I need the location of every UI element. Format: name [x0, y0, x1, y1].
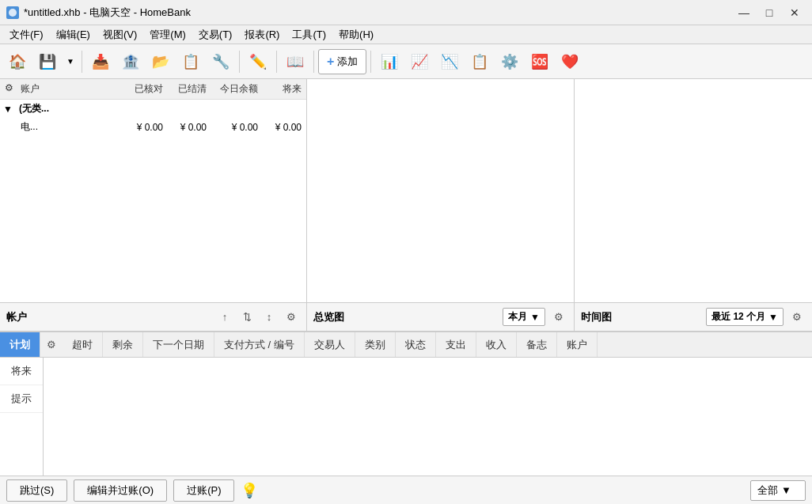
trend-button[interactable]: 📈 — [405, 47, 434, 76]
post-button[interactable]: 过账(P) — [173, 479, 234, 502]
filter-button[interactable]: 🔧 — [207, 47, 235, 76]
bottom-footer: 跳过(S) 编辑并过账(O) 过账(P) 💡 全部 ▼ — [0, 476, 812, 504]
schedule-settings-btn[interactable]: ⚙ — [40, 332, 63, 357]
col-settings: ⚙ — [3, 81, 19, 97]
menu-help[interactable]: 帮助(H) — [332, 26, 380, 44]
menu-bar: 文件(F) 编辑(E) 视图(V) 管理(M) 交易(T) 报表(R) 工具(T… — [0, 25, 812, 44]
book-icon: 📖 — [286, 53, 304, 70]
tab-columns-category[interactable]: 类别 — [355, 332, 396, 357]
tab-columns-income[interactable]: 收入 — [476, 332, 517, 357]
app-icon — [6, 6, 19, 19]
timeline-title: 时间图 — [581, 310, 612, 324]
menu-view[interactable]: 视图(V) — [97, 26, 143, 44]
tab-schedule[interactable]: 计划 — [0, 332, 40, 357]
edit-button[interactable]: ✏️ — [244, 47, 272, 76]
menu-file[interactable]: 文件(F) — [3, 26, 50, 44]
budget-icon: ⚙️ — [501, 53, 518, 70]
menu-manage[interactable]: 管理(M) — [143, 26, 192, 44]
maximize-button[interactable]: □ — [758, 5, 780, 21]
filter-dropdown[interactable]: 全部 ▼ — [750, 480, 806, 501]
menu-edit[interactable]: 编辑(E) — [50, 26, 97, 44]
save-icon: 💾 — [39, 53, 56, 70]
overview-panel: 总览图 本月 ▼ ⚙ — [307, 79, 575, 331]
edit-post-button[interactable]: 编辑并过账(O) — [74, 479, 167, 502]
home-button[interactable]: 🏠 — [3, 47, 32, 76]
account-upload-btn[interactable]: ↑ — [216, 309, 233, 326]
edit-icon: ✏️ — [249, 53, 267, 70]
overview-period-label: 本月 — [508, 310, 527, 324]
account-name: 电... — [19, 120, 121, 134]
heart-icon: ❤️ — [561, 53, 579, 70]
minimize-button[interactable]: — — [733, 5, 755, 21]
account-filter-btn[interactable]: ⇅ — [238, 309, 256, 326]
import-button[interactable]: 📥 — [86, 47, 115, 76]
account-row[interactable]: 电... ¥ 0.00 ¥ 0.00 ¥ 0.00 ¥ 0.00 — [0, 118, 306, 136]
menu-tools[interactable]: 工具(T) — [286, 26, 332, 44]
title-bar: *untitled.xhb - 电脑天空 - HomeBank — □ ✕ — [0, 0, 812, 25]
bar-chart-button[interactable]: 📉 — [435, 47, 464, 76]
add-label: 添加 — [337, 55, 358, 69]
overview-period-dropdown[interactable]: 本月 ▼ — [503, 308, 545, 326]
list-report-button[interactable]: 📋 — [465, 47, 494, 76]
group-arrow: ▼ — [3, 104, 19, 115]
menu-report[interactable]: 报表(R) — [238, 26, 286, 44]
budget-button[interactable]: ⚙️ — [495, 47, 524, 76]
template-icon: 📋 — [182, 53, 199, 70]
open-icon: 📂 — [152, 53, 169, 70]
account-label: 帐户 — [6, 310, 27, 324]
sched-left-hint[interactable]: 提示 — [0, 385, 43, 413]
separator-4 — [313, 51, 314, 73]
tab-columns-account[interactable]: 账户 — [557, 332, 598, 357]
close-button[interactable]: ✕ — [784, 5, 806, 21]
filter-icon: 🔧 — [212, 53, 230, 70]
separator-2 — [239, 51, 240, 73]
account-button[interactable]: 🏦 — [116, 47, 145, 76]
donate-button[interactable]: ❤️ — [556, 47, 584, 76]
timeline-content — [575, 79, 812, 302]
svg-point-0 — [9, 9, 17, 17]
tab-columns-payee[interactable]: 交易人 — [305, 332, 355, 357]
schedule-left-tabs: 将来 提示 — [0, 358, 44, 476]
tab-columns-payment[interactable]: 支付方式 / 编号 — [214, 332, 305, 357]
book-button[interactable]: 📖 — [281, 47, 309, 76]
filter-label: 全部 — [757, 483, 778, 498]
tab-columns-expense[interactable]: 支出 — [436, 332, 476, 357]
save-dropdown-button[interactable]: ▼ — [63, 47, 78, 76]
separator-3 — [276, 51, 277, 73]
timeline-footer: 时间图 最近 12 个月 ▼ ⚙ — [575, 302, 812, 331]
help-icon: 🆘 — [531, 53, 548, 70]
scheduled-tabs: 计划 ⚙ 超时 剩余 下一个日期 支付方式 / 编号 交易人 类别 状态 支出 … — [0, 332, 812, 358]
tab-columns-remaining[interactable]: 剩余 — [103, 332, 143, 357]
overview-title: 总览图 — [313, 310, 344, 324]
open-button[interactable]: 📂 — [146, 47, 175, 76]
skip-button[interactable]: 跳过(S) — [6, 479, 67, 502]
col-reconciled: 已核对 — [121, 81, 165, 97]
template-button[interactable]: 📋 — [176, 47, 205, 76]
account-group[interactable]: ▼ (无类... — [0, 100, 306, 118]
home-icon: 🏠 — [9, 53, 26, 70]
tab-columns-overtime[interactable]: 超时 — [63, 332, 103, 357]
tab-columns-status[interactable]: 状态 — [396, 332, 436, 357]
save-button[interactable]: 💾 — [33, 47, 62, 76]
overview-settings-btn[interactable]: ⚙ — [550, 309, 567, 326]
tab-columns-nextdate[interactable]: 下一个日期 — [143, 332, 214, 357]
account-footer: 帐户 ↑ ⇅ ↕ ⚙ — [0, 302, 306, 331]
menu-transaction[interactable]: 交易(T) — [192, 26, 239, 44]
tab-columns-memo[interactable]: 备志 — [517, 332, 557, 357]
timeline-period-dropdown[interactable]: 最近 12 个月 ▼ — [706, 308, 784, 326]
col-future: 将来 — [260, 81, 303, 97]
schedule-content — [44, 358, 812, 476]
bar-chart-icon: 📉 — [441, 53, 458, 70]
account-icon: 🏦 — [122, 53, 139, 70]
sched-left-future[interactable]: 将来 — [0, 358, 43, 385]
account-gear-btn[interactable]: ⚙ — [283, 309, 300, 326]
timeline-settings-btn[interactable]: ⚙ — [788, 309, 806, 326]
pie-chart-button[interactable]: 📊 — [375, 47, 404, 76]
account-sort-btn[interactable]: ↕ — [260, 309, 278, 326]
add-button[interactable]: + 添加 — [318, 49, 366, 74]
help-button[interactable]: 🆘 — [526, 47, 554, 76]
filter-arrow-icon: ▼ — [781, 484, 791, 496]
plus-icon: + — [327, 55, 334, 69]
toolbar: 🏠 💾 ▼ 📥 🏦 📂 📋 🔧 ✏️ 📖 + 添加 📊 📈 📉 — [0, 44, 812, 79]
col-account: 账户 — [19, 81, 121, 97]
